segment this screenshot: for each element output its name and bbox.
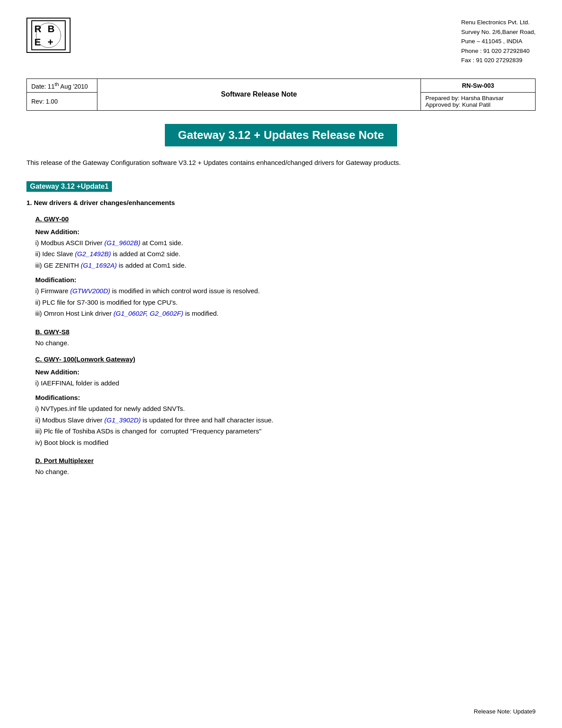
date-cell: Date: 11th Aug '2010	[27, 78, 97, 92]
item-a-m-2: ii) PLC file for S7-300 is modified for …	[35, 297, 536, 308]
link-g1-9602b: (G1_9602B)	[104, 239, 141, 246]
link-g1-0602f: (G1_0602F, G2_0602F)	[114, 310, 183, 317]
company-phone: Phone : 91 020 27292840	[461, 46, 536, 56]
section1-heading-container: Gateway 3.12 +Update1	[26, 181, 536, 194]
subsection-c: C. GWY- 100(Lonwork Gateway) New Additio…	[35, 355, 536, 448]
intro-paragraph: This release of the Gateway Configuratio…	[26, 157, 536, 168]
new-addition-label-a: New Addition:	[35, 228, 536, 235]
modifications-label-c: Modifications:	[35, 394, 536, 401]
company-logo: R B E +	[26, 18, 71, 53]
modification-items-a: i) Firmware (GTWV200D) is modified in wh…	[35, 285, 536, 319]
prepared-by: Prepared by: Harsha Bhavsar	[425, 95, 531, 101]
modifications-items-c: i) NVTypes.inf file updated for newly ad…	[35, 403, 536, 448]
subsection-a-label: A. GWY-00	[35, 215, 536, 223]
new-addition-label-c: New Addition:	[35, 368, 536, 376]
date-label: Date: 11	[31, 83, 55, 90]
link-g2-1492b: (G2_1492B)	[75, 250, 111, 258]
company-fax: Fax : 91 020 27292839	[461, 56, 536, 65]
item-a-na-2: ii) Idec Slave (G2_1492B) is added at Co…	[35, 248, 536, 260]
subsection-a-title: GWY-00	[44, 215, 69, 223]
subsection-d-title: Port Multiplexer	[44, 457, 93, 464]
rn-code-cell: RN-Sw-003	[421, 78, 536, 92]
rev-cell: Rev: 1.00	[27, 92, 97, 110]
item-a-m-1: i) Firmware (GTWV200D) is modified in wh…	[35, 285, 536, 297]
item-c-na-1: i) IAEFFINAL folder is added	[35, 377, 536, 389]
svg-text:B: B	[48, 23, 55, 34]
link-gtwv200d: (GTWV200D)	[70, 287, 110, 295]
company-address2: Pune – 411045 , INDIA	[461, 37, 536, 46]
logo-svg: R B E +	[31, 20, 66, 51]
subsection-a: A. GWY-00 New Addition: i) Modbus ASCII …	[35, 215, 536, 319]
item-a-m-3: iii) Omron Host Link driver (G1_0602F, G…	[35, 308, 536, 319]
svg-text:+: +	[48, 37, 53, 48]
item-a-na-1: i) Modbus ASCII Driver (G1_9602B) at Com…	[35, 237, 536, 249]
approved-by: Approved by: Kunal Patil	[425, 101, 531, 108]
subsection-b-no-change: No change.	[35, 339, 536, 347]
subsection-b: B. GWY-S8 No change.	[35, 328, 536, 347]
modification-label-a: Modification:	[35, 276, 536, 284]
center-title-cell: Software Release Note	[97, 78, 421, 110]
rev-label: Rev: 1.00	[31, 98, 58, 105]
new-addition-items-a: i) Modbus ASCII Driver (G1_9602B) at Com…	[35, 237, 536, 271]
section1-heading: Gateway 3.12 +Update1	[26, 181, 112, 192]
subsection-b-title: GWY-S8	[44, 328, 69, 336]
subsection-d-label: D. Port Multiplexer	[35, 457, 536, 464]
subsection-d: D. Port Multiplexer No change.	[35, 457, 536, 475]
subsection-c-title: GWY- 100(Lonwork Gateway)	[44, 355, 135, 363]
rn-code: RN-Sw-003	[462, 82, 494, 89]
item-c-m-1: i) NVTypes.inf file updated for newly ad…	[35, 403, 536, 414]
company-address1: Survey No. 2/6,Baner Road,	[461, 27, 536, 37]
main-title-container: Gateway 3.12 + Updates Release Note	[26, 124, 536, 146]
subsection-d-no-change: No change.	[35, 468, 536, 475]
item-a-na-3: iii) GE ZENITH (G1_1692A) is added at Co…	[35, 260, 536, 271]
doc-info-table: Date: 11th Aug '2010 Software Release No…	[26, 78, 536, 111]
footer-note: Release Note: Update9	[474, 708, 536, 715]
link-g1-3902d: (G1_3902D)	[104, 416, 141, 424]
company-name: Renu Electronics Pvt. Ltd.	[461, 18, 536, 27]
link-g1-1692a: (G1_1692A)	[81, 261, 117, 269]
main-content: Gateway 3.12 +Update1 1. New drivers & d…	[26, 181, 536, 476]
header: R B E + Renu Electronics Pvt. Ltd. Surve…	[26, 18, 536, 65]
new-addition-items-c: i) IAEFFINAL folder is added	[35, 377, 536, 389]
company-info: Renu Electronics Pvt. Ltd. Survey No. 2/…	[461, 18, 536, 65]
date-rest: Aug '2010	[59, 83, 88, 90]
date-sup: th	[55, 81, 59, 87]
subsection-c-label: C. GWY- 100(Lonwork Gateway)	[35, 355, 536, 363]
center-title: Software Release Note	[221, 90, 297, 98]
svg-text:E: E	[34, 37, 41, 48]
item-c-m-3: iii) Plc file of Toshiba ASDs is changed…	[35, 426, 536, 437]
main-title: Gateway 3.12 + Updates Release Note	[165, 124, 398, 146]
prepared-approved-cell: Prepared by: Harsha Bhavsar Approved by:…	[421, 92, 536, 110]
item-c-m-2: ii) Modbus Slave driver (G1_3902D) is up…	[35, 414, 536, 426]
subsection-b-label: B. GWY-S8	[35, 328, 536, 336]
section1-sub-heading: 1. New drivers & driver changes/enhancem…	[26, 199, 536, 206]
item-c-m-4: iv) Boot block is modified	[35, 437, 536, 448]
